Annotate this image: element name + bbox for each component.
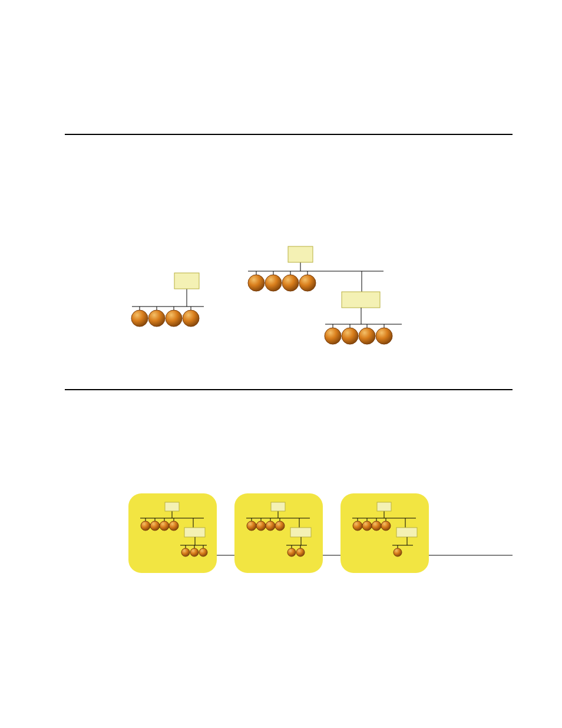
svg-point-93 [394, 548, 402, 556]
svg-rect-69 [290, 528, 311, 537]
svg-point-8 [148, 310, 165, 327]
svg-point-20 [282, 275, 299, 291]
svg-point-63 [256, 521, 266, 531]
svg-point-73 [287, 548, 296, 556]
svg-rect-37 [165, 502, 179, 511]
svg-point-45 [169, 521, 178, 531]
panel-3 [340, 493, 429, 573]
svg-point-87 [381, 521, 391, 531]
svg-point-53 [190, 548, 199, 556]
diagram-right [248, 246, 402, 344]
svg-point-55 [199, 548, 207, 556]
svg-point-39 [141, 521, 150, 531]
panel-2 [234, 493, 323, 573]
svg-rect-47 [184, 528, 205, 537]
svg-rect-13 [288, 246, 313, 262]
svg-point-61 [247, 521, 256, 531]
svg-point-31 [342, 328, 358, 344]
panel-1 [128, 493, 217, 573]
svg-point-21 [299, 275, 316, 291]
svg-point-85 [372, 521, 381, 531]
svg-point-19 [265, 275, 282, 291]
svg-point-41 [150, 521, 160, 531]
svg-rect-79 [377, 502, 391, 511]
svg-point-65 [266, 521, 275, 531]
svg-rect-59 [271, 502, 285, 511]
panels-group [128, 493, 429, 573]
page [0, 0, 562, 728]
svg-point-33 [376, 328, 392, 344]
svg-point-75 [296, 548, 305, 556]
svg-rect-23 [342, 292, 380, 308]
svg-point-83 [362, 521, 372, 531]
svg-point-18 [248, 275, 265, 291]
svg-point-81 [353, 521, 362, 531]
svg-rect-89 [396, 528, 417, 537]
svg-point-51 [181, 548, 190, 556]
svg-point-9 [166, 310, 182, 327]
svg-point-32 [359, 328, 375, 344]
svg-point-43 [160, 521, 169, 531]
horizontal-rule-middle [65, 389, 513, 390]
svg-point-30 [325, 328, 341, 344]
diagram-left [131, 273, 204, 327]
diagrams-svg [0, 0, 562, 728]
svg-point-10 [183, 310, 199, 327]
svg-rect-2 [174, 273, 199, 289]
svg-point-67 [275, 521, 285, 531]
svg-point-7 [131, 310, 148, 327]
